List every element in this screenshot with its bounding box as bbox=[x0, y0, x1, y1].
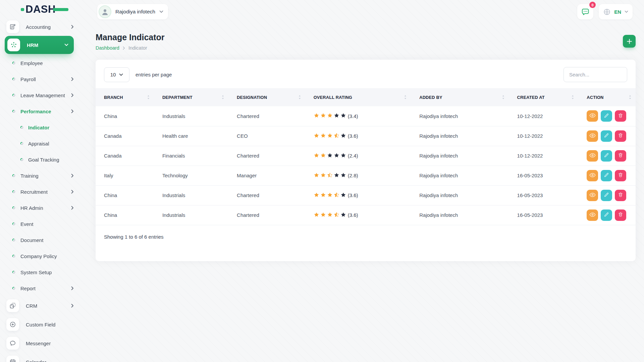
view-button[interactable] bbox=[587, 170, 598, 181]
star-rating bbox=[314, 212, 346, 219]
sidebar-item-hrm[interactable]: HRM bbox=[0, 35, 80, 55]
sidebar-item-label: HRM bbox=[27, 42, 38, 48]
delete-button[interactable] bbox=[615, 190, 626, 201]
delete-button[interactable] bbox=[615, 130, 626, 142]
globe-icon bbox=[603, 8, 611, 16]
pencil-icon bbox=[604, 172, 609, 179]
sidebar-item-event[interactable]: Event bbox=[0, 216, 80, 232]
sidebar-item-employee[interactable]: Employee bbox=[0, 55, 80, 71]
delete-button[interactable] bbox=[615, 110, 626, 122]
sidebar-item-company-policy[interactable]: Company Policy bbox=[0, 248, 80, 264]
sidebar-item-document[interactable]: Document bbox=[0, 232, 80, 248]
add-indicator-button[interactable] bbox=[623, 35, 636, 48]
rating-cell: (3.4) bbox=[305, 106, 411, 126]
edit-button[interactable] bbox=[601, 190, 612, 201]
messages-button[interactable]: 0 bbox=[577, 4, 593, 19]
sidebar-item-appraisal[interactable]: Appraisal bbox=[0, 135, 80, 152]
messenger-icon bbox=[6, 337, 19, 350]
star-full-icon bbox=[314, 192, 319, 199]
sidebar-item-training[interactable]: Training bbox=[0, 168, 80, 184]
topbar: Rajodiya infotech 0 EN bbox=[84, 0, 644, 23]
sidebar-item-performance[interactable]: Performance bbox=[0, 103, 80, 119]
pencil-icon bbox=[604, 153, 609, 159]
star-empty-icon bbox=[334, 153, 339, 159]
bullet-icon bbox=[12, 110, 15, 113]
star-empty-icon bbox=[340, 113, 346, 119]
sidebar-item-report[interactable]: Report bbox=[0, 280, 80, 296]
designation-cell: Chartered bbox=[228, 106, 305, 126]
sidebar-item-hr-admin[interactable]: HR Admin bbox=[0, 200, 80, 216]
sort-icon[interactable] bbox=[629, 95, 632, 100]
column-header-created-at: CREATED AT bbox=[509, 88, 579, 106]
bullet-icon bbox=[12, 254, 15, 258]
bullet-icon bbox=[12, 270, 15, 274]
sidebar-item-crm[interactable]: CRM bbox=[0, 296, 80, 315]
breadcrumb-dashboard-link[interactable]: Dashboard bbox=[96, 45, 119, 51]
bullet-icon bbox=[12, 174, 15, 177]
edit-button[interactable] bbox=[601, 170, 612, 181]
star-full-icon bbox=[314, 172, 319, 179]
company-selector[interactable]: Rajodiya infotech bbox=[97, 4, 168, 19]
sort-icon[interactable] bbox=[147, 95, 150, 100]
sidebar-item-system-setup[interactable]: System Setup bbox=[0, 264, 80, 280]
bullet-icon bbox=[12, 238, 15, 242]
bullet-icon bbox=[12, 287, 15, 290]
designation-cell: Chartered bbox=[228, 146, 305, 166]
sort-icon[interactable] bbox=[571, 95, 574, 100]
sort-icon[interactable] bbox=[502, 95, 505, 100]
entries-per-page-value: 10 bbox=[110, 72, 116, 77]
created-at-cell: 16-05-2023 bbox=[509, 205, 579, 225]
delete-button[interactable] bbox=[615, 150, 626, 162]
chevron-right-icon bbox=[123, 46, 125, 50]
star-half-icon bbox=[334, 133, 339, 139]
sort-icon[interactable] bbox=[404, 95, 407, 100]
search-input[interactable] bbox=[564, 67, 627, 82]
sidebar-item-leave-management[interactable]: Leave Management bbox=[0, 87, 80, 103]
sidebar-item-accounting[interactable]: Accounting bbox=[0, 19, 80, 35]
view-button[interactable] bbox=[587, 150, 598, 162]
edit-button[interactable] bbox=[601, 130, 612, 142]
sidebar-item-indicator[interactable]: Indicator bbox=[0, 119, 80, 135]
sidebar-item-recruitment[interactable]: Recruitment bbox=[0, 184, 80, 200]
sort-icon[interactable] bbox=[221, 95, 224, 100]
logo-text: DASH bbox=[25, 3, 56, 15]
view-button[interactable] bbox=[587, 130, 598, 142]
chevron-down-icon bbox=[119, 73, 123, 76]
company-name: Rajodiya infotech bbox=[115, 9, 155, 15]
logo-accent-right bbox=[53, 8, 68, 11]
star-rating bbox=[314, 192, 346, 199]
edit-button[interactable] bbox=[601, 110, 612, 122]
column-header-designation: DESIGNATION bbox=[228, 88, 305, 106]
sidebar-item-label: HR Admin bbox=[20, 205, 43, 211]
department-cell: Financials bbox=[154, 146, 228, 166]
added-by-cell: Rajodiya infotech bbox=[411, 126, 508, 146]
sidebar-item-payroll[interactable]: Payroll bbox=[0, 71, 80, 87]
sidebar-item-goal-tracking[interactable]: Goal Tracking bbox=[0, 152, 80, 168]
star-full-icon bbox=[314, 212, 319, 219]
brand-logo[interactable]: DASH bbox=[0, 0, 84, 19]
sort-icon[interactable] bbox=[298, 95, 301, 100]
entries-per-page-select[interactable]: 10 bbox=[104, 67, 129, 82]
view-button[interactable] bbox=[587, 190, 598, 201]
sidebar-item-label: System Setup bbox=[20, 269, 52, 275]
eye-icon bbox=[589, 193, 596, 198]
language-selector[interactable]: EN bbox=[599, 4, 633, 19]
star-rating bbox=[314, 133, 346, 139]
edit-button[interactable] bbox=[601, 150, 612, 162]
view-button[interactable] bbox=[587, 110, 598, 122]
sidebar-item-messenger[interactable]: Messenger bbox=[0, 334, 80, 353]
star-full-icon bbox=[314, 113, 319, 119]
sidebar-item-label: Event bbox=[20, 221, 33, 227]
hrm-icon bbox=[7, 39, 20, 51]
sidebar-item-calendar[interactable]: Calendar bbox=[0, 353, 80, 362]
star-half-icon bbox=[334, 212, 339, 219]
edit-button[interactable] bbox=[601, 209, 612, 221]
rating-cell: (2.8) bbox=[305, 166, 411, 185]
column-header-branch: BRANCH bbox=[96, 88, 154, 106]
delete-button[interactable] bbox=[615, 209, 626, 221]
sidebar-item-custom-field[interactable]: Custom Field bbox=[0, 315, 80, 334]
delete-button[interactable] bbox=[615, 170, 626, 181]
view-button[interactable] bbox=[587, 209, 598, 221]
company-avatar bbox=[99, 5, 111, 18]
chevron-down-icon bbox=[625, 10, 628, 13]
